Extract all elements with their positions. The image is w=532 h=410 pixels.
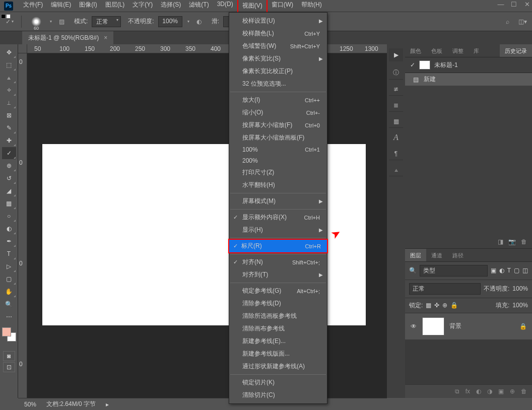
screen-mode-icon[interactable]: ⊡ <box>3 362 15 372</box>
adjustment-icon[interactable]: ◑ <box>487 388 492 395</box>
type-tool[interactable]: T <box>2 248 16 260</box>
close-icon[interactable]: ✕ <box>524 1 530 7</box>
clone-tool[interactable]: ⊕ <box>2 160 16 172</box>
tab-adjustments[interactable]: 调整 <box>447 44 469 57</box>
filter-smart-icon[interactable]: ◫ <box>522 267 528 274</box>
zoom-level[interactable]: 50% <box>24 401 36 408</box>
history-brush-tool[interactable]: ↺ <box>2 172 16 184</box>
view-menu-item[interactable]: 100%Ctrl+1 <box>229 144 327 155</box>
quick-select-tool[interactable]: ✧ <box>2 84 16 96</box>
new-snapshot-icon[interactable]: ◨ <box>498 238 503 245</box>
view-menu-item[interactable]: 显示(H)▶ <box>229 224 327 236</box>
view-menu-item[interactable]: 校样颜色(L)Ctrl+Y <box>229 27 327 40</box>
view-menu-item[interactable]: 校样设置(U)▶ <box>229 15 327 27</box>
eraser-tool[interactable]: ◢ <box>2 185 16 197</box>
tab-color[interactable]: 颜色 <box>405 44 426 57</box>
group-icon[interactable]: ▣ <box>498 388 504 395</box>
layer-row[interactable]: 👁 背景 🔒 <box>405 313 532 339</box>
move-tool[interactable]: ✥ <box>2 46 16 58</box>
tab-close-icon[interactable]: × <box>104 34 107 41</box>
view-menu-item[interactable]: 按屏幕大小缩放(F)Ctrl+0 <box>229 119 327 131</box>
blur-tool[interactable]: ○ <box>2 210 16 222</box>
view-menu-item[interactable]: ✓显示额外内容(X)Ctrl+H <box>229 211 327 224</box>
frame-tool[interactable]: ⊠ <box>2 109 16 121</box>
camera-icon[interactable]: 📷 <box>508 238 516 245</box>
vertical-ruler[interactable]: 0000 <box>18 53 27 398</box>
ruler-origin[interactable] <box>18 44 27 53</box>
horizontal-ruler[interactable]: 50100150200250300350400125013001350 <box>27 44 387 53</box>
play-icon[interactable]: ▶ <box>389 48 403 61</box>
history-snapshot[interactable]: ✓ 未标题-1 <box>405 57 532 73</box>
view-menu-item[interactable]: 锁定切片(K) <box>229 376 327 389</box>
quick-mask-icon[interactable]: ◙ <box>3 351 15 361</box>
doc-info[interactable]: 文档:2.64M/0 字节 <box>46 400 96 408</box>
visibility-icon[interactable]: 👁 <box>410 323 417 330</box>
opacity-input[interactable]: 100% <box>158 16 182 27</box>
marquee-tool[interactable]: ⬚ <box>2 59 16 71</box>
menu-选择[interactable]: 选择(S) <box>157 0 185 13</box>
view-menu-item[interactable]: 水平翻转(H) <box>229 179 327 191</box>
view-menu-item[interactable]: 对齐到(T)▶ <box>229 268 327 281</box>
brush-tool[interactable]: ✓ <box>2 147 16 159</box>
fx-icon[interactable]: fx <box>466 388 470 395</box>
menu-图层[interactable]: 图层(L) <box>101 0 129 13</box>
menu-视图[interactable]: 视图(V) <box>237 0 268 13</box>
minimize-icon[interactable]: — <box>498 1 504 7</box>
blend-mode-select[interactable]: 正常▾ <box>92 16 121 27</box>
trash-icon[interactable]: 🗑 <box>521 238 527 245</box>
tab-layers[interactable]: 图层 <box>405 249 426 261</box>
brush-panel-icon[interactable]: ▨ <box>56 16 67 27</box>
view-menu-item[interactable]: 色域警告(W)Shift+Ctrl+Y <box>229 40 327 52</box>
styles-icon[interactable]: ≣ <box>389 99 403 112</box>
view-menu-item[interactable]: 放大(I)Ctrl++ <box>229 94 327 106</box>
search-icon[interactable]: ⌕ <box>502 16 513 27</box>
paragraph-icon[interactable]: ¶ <box>389 147 403 160</box>
view-menu-item[interactable]: 新建参考线(E)... <box>229 335 327 348</box>
tab-history[interactable]: 历史记录 <box>500 44 532 57</box>
pen-tool[interactable]: ✒ <box>2 235 16 247</box>
3d-icon[interactable]: ⟁ <box>389 163 403 176</box>
delete-icon[interactable]: 🗑 <box>521 388 527 395</box>
filter-shape-icon[interactable]: ▢ <box>514 267 519 274</box>
layer-thumbnail[interactable] <box>422 317 444 335</box>
view-menu-item[interactable]: 新建参考线版面... <box>229 348 327 360</box>
dodge-tool[interactable]: ◐ <box>2 223 16 235</box>
brush-preset[interactable]: 60 <box>28 13 45 30</box>
shape-tool[interactable]: ▢ <box>2 273 16 285</box>
lock-icon[interactable]: 🔒 <box>519 323 527 330</box>
tab-swatches[interactable]: 色板 <box>426 44 447 57</box>
mask-icon[interactable]: ◐ <box>476 388 481 395</box>
lock-position-icon[interactable]: ✜ <box>434 302 439 309</box>
tab-channels[interactable]: 通道 <box>426 249 447 261</box>
link-icon[interactable]: ⧉ <box>455 388 459 395</box>
menu-窗口[interactable]: 窗口(W) <box>268 0 297 13</box>
new-layer-icon[interactable]: ⊕ <box>510 388 515 395</box>
edit-toolbar[interactable]: ⋯ <box>2 311 16 323</box>
color-swatches[interactable] <box>2 327 16 341</box>
adjustments-icon[interactable]: ≢ <box>389 83 403 96</box>
menu-图像[interactable]: 图像(I) <box>75 0 101 13</box>
healing-tool[interactable]: ✚ <box>2 134 16 147</box>
menu-帮助[interactable]: 帮助(H) <box>297 0 326 13</box>
view-menu-item[interactable]: 200% <box>229 155 327 166</box>
menu-编辑[interactable]: 编辑(E) <box>47 0 75 13</box>
filter-adjust-icon[interactable]: ◐ <box>499 267 504 274</box>
maximize-icon[interactable]: ☐ <box>511 1 517 7</box>
tab-paths[interactable]: 路径 <box>447 249 469 261</box>
layer-name[interactable]: 背景 <box>449 322 461 330</box>
zoom-tool[interactable]: 🔍 <box>2 298 16 310</box>
eyedropper-tool[interactable]: ✎ <box>2 122 16 134</box>
lock-all-icon[interactable]: 🔒 <box>450 302 458 309</box>
view-menu-item[interactable]: ✓对齐(N)Shift+Ctrl+; <box>229 256 327 268</box>
lock-artboard-icon[interactable]: ⊕ <box>442 302 447 309</box>
lasso-tool[interactable]: ⟁ <box>2 72 16 84</box>
view-menu-item[interactable]: 锁定参考线(G)Alt+Ctrl+; <box>229 285 327 297</box>
swatches-icon[interactable]: ▦ <box>389 115 403 128</box>
info-icon[interactable]: ⓘ <box>389 66 403 80</box>
pressure-opacity-icon[interactable]: ◐ <box>193 16 205 27</box>
layer-filter-select[interactable]: 类型 <box>420 265 488 277</box>
filter-type-icon[interactable]: T <box>507 267 511 274</box>
workspace-icon[interactable]: ◫▾ <box>517 16 528 27</box>
view-menu-item[interactable]: ✓标尺(R)Ctrl+R <box>228 239 328 253</box>
view-menu-item[interactable]: 打印尺寸(Z) <box>229 166 327 179</box>
